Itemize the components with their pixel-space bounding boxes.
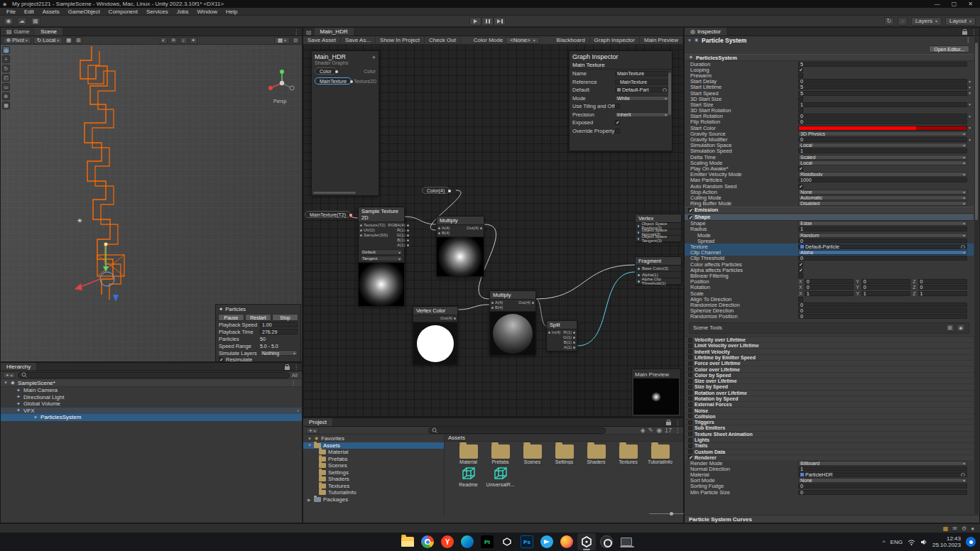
inspector-checkbox[interactable] (798, 67, 803, 72)
object-picker-icon[interactable] (961, 473, 965, 477)
asset-folder-tile[interactable]: TutorialInfo (645, 444, 675, 464)
hierarchy-search-input[interactable] (28, 372, 286, 378)
scene-audio-toggle-icon[interactable]: ♪ (180, 37, 187, 44)
renderer-checkbox[interactable] (688, 455, 692, 459)
property-options-arrow[interactable]: ▼ (967, 138, 972, 142)
firefox-icon[interactable] (557, 533, 576, 550)
tab-hierarchy[interactable]: Hierarchy (1, 363, 36, 371)
scene-tools-move-icon[interactable]: ⊞ (946, 324, 954, 332)
system-monitor-icon[interactable] (617, 533, 636, 550)
inspector-dropdown[interactable]: 3D Physics▾ (798, 131, 967, 136)
particles-overlay-field[interactable]: 1.00 (260, 322, 298, 327)
start-color-swatch[interactable] (798, 126, 967, 131)
vertex-block[interactable]: Vertex Object Space Position(3)Object Sp… (635, 214, 682, 243)
multiply-node-2[interactable]: Multiply A(4)B(4) Out(4) (489, 290, 536, 356)
close-button[interactable]: ✕ (968, 1, 973, 7)
inspector-value-field[interactable]: 1 (798, 102, 967, 107)
graph-inspector-checkbox[interactable] (615, 120, 620, 125)
inspector-checkbox[interactable] (798, 297, 803, 302)
inspector-dropdown[interactable]: Billboard▾ (798, 461, 967, 466)
property-options-arrow[interactable]: ▼ (967, 102, 972, 107)
inspector-dropdown[interactable]: Rigidbody▾ (798, 172, 967, 177)
project-search-input[interactable] (439, 427, 602, 434)
view-tool-icon[interactable]: ◎ (2, 46, 10, 54)
graph-inspector-field[interactable]: MainTexture (615, 71, 669, 76)
fragment-block-port[interactable]: Base Color(3) (636, 266, 681, 272)
custom-tool-icon[interactable]: ▦ (2, 102, 10, 109)
pause-button[interactable] (481, 17, 494, 26)
inspector-checkbox[interactable] (798, 73, 803, 78)
property-options-arrow[interactable]: ▼ (967, 85, 972, 89)
module-checkbox[interactable] (688, 385, 692, 389)
obs-icon[interactable] (597, 533, 616, 550)
hierarchy-item[interactable]: ✦ VFX › (1, 408, 302, 415)
step-button[interactable] (494, 17, 506, 26)
shading-mode-icon[interactable]: ◐ (160, 37, 168, 44)
node-output-port[interactable]: R(1) (563, 330, 575, 335)
module-checkbox[interactable] (688, 361, 692, 366)
menu-item[interactable]: File (2, 9, 20, 15)
inspector-checkbox[interactable] (798, 108, 803, 113)
tray-expand-icon[interactable]: ^ (883, 539, 886, 545)
inspector-dropdown[interactable]: Disabled▾ (798, 201, 967, 206)
telegram-icon[interactable] (538, 533, 556, 550)
inspector-value-field[interactable]: 1 (798, 467, 967, 471)
hierarchy-add-button[interactable]: +▾ (3, 372, 16, 378)
menu-item[interactable]: Window (193, 9, 222, 15)
module-checkbox[interactable] (688, 432, 692, 436)
asset-folder-tile[interactable]: Prefabs (485, 444, 516, 464)
color-property-node[interactable]: Color(4) (422, 187, 450, 194)
x-axis-gizmo[interactable] (80, 279, 100, 287)
particle-module-row[interactable]: Trails (685, 442, 974, 448)
language-indicator[interactable]: ENG (891, 539, 903, 545)
particles-playback-button[interactable]: Stop (272, 314, 298, 321)
blackboard-property-pill[interactable]: Color (315, 67, 337, 75)
node-input-port[interactable]: B(4) (491, 305, 503, 310)
module-checkbox[interactable] (688, 438, 692, 442)
color-mode-dropdown[interactable]: <None>▾ (506, 37, 539, 44)
property-options-arrow[interactable]: ▼ (967, 126, 972, 130)
file-explorer-icon[interactable] (398, 533, 417, 550)
multiply-node-1[interactable]: Multiply A(4)B(4) Out(4) (436, 216, 484, 277)
pivot-button[interactable]: ⊕Pivot▾ (3, 37, 31, 44)
particle-module-row[interactable]: Color by Speed (685, 372, 974, 378)
y-value-field[interactable]: 0 (861, 285, 910, 290)
tab-project[interactable]: Project (303, 418, 332, 426)
y-value-field[interactable]: 0 (861, 279, 910, 284)
particle-module-row[interactable]: Lifetime by Emitter Speed (685, 354, 974, 360)
wifi-icon[interactable] (908, 539, 915, 545)
particle-module-row[interactable]: Rotation over Lifetime (685, 390, 974, 395)
particle-module-row[interactable]: Sub Emitters (685, 425, 974, 430)
maintexture-property-node[interactable]: MainTexture(T2) (305, 211, 351, 218)
particle-module-row[interactable]: Noise (685, 407, 974, 413)
inspector-value-field[interactable]: 5 (798, 62, 967, 67)
tree-favorites[interactable]: ▼★Favorites (303, 435, 444, 442)
node-output-port[interactable]: Out(4) (518, 300, 534, 305)
hierarchy-search-scope[interactable]: All (292, 372, 300, 378)
project-breadcrumb[interactable]: Assets (445, 435, 683, 442)
inspector-checkbox[interactable] (798, 97, 803, 102)
node-input-port[interactable]: B(4) (438, 231, 450, 236)
z-value-field[interactable]: 0 (918, 279, 967, 284)
inspector-value-field[interactable]: 0 (798, 484, 967, 489)
property-options-arrow[interactable]: ▼ (967, 114, 972, 119)
inspector-value-field[interactable]: 1 (798, 148, 967, 153)
node-output-port[interactable]: B(1) (563, 340, 575, 345)
particle-module-row[interactable]: Velocity over Lifetime (685, 337, 974, 342)
node-dropdown[interactable]: Tangent▾ (360, 256, 403, 261)
volume-icon[interactable] (920, 539, 927, 545)
particle-module-row[interactable]: Size by Speed (685, 383, 974, 389)
z-value-field[interactable]: 0 (918, 285, 967, 290)
tab-inspector[interactable]: ◎Inspector (685, 28, 726, 36)
inspector-value-field[interactable]: 1000 (798, 178, 967, 182)
z-value-field[interactable]: 1 (918, 291, 967, 296)
asset-folder-tile[interactable]: Textures (613, 444, 643, 464)
scene-tools-edit-icon[interactable]: ◈ (957, 324, 965, 332)
scene-menu-icon[interactable]: ⋮ (293, 29, 299, 36)
asset-folder-tile[interactable]: Shaders (581, 444, 611, 464)
particles-playback-button[interactable]: Restart (245, 314, 271, 321)
particle-module-row[interactable]: Color over Lifetime (685, 366, 974, 371)
component-header[interactable]: ▼ ✳ Particle System ⋮ (685, 36, 974, 44)
node-output-port[interactable]: Out(4) (467, 226, 482, 231)
clock[interactable]: 12:43 25.10.2023 (932, 535, 961, 548)
